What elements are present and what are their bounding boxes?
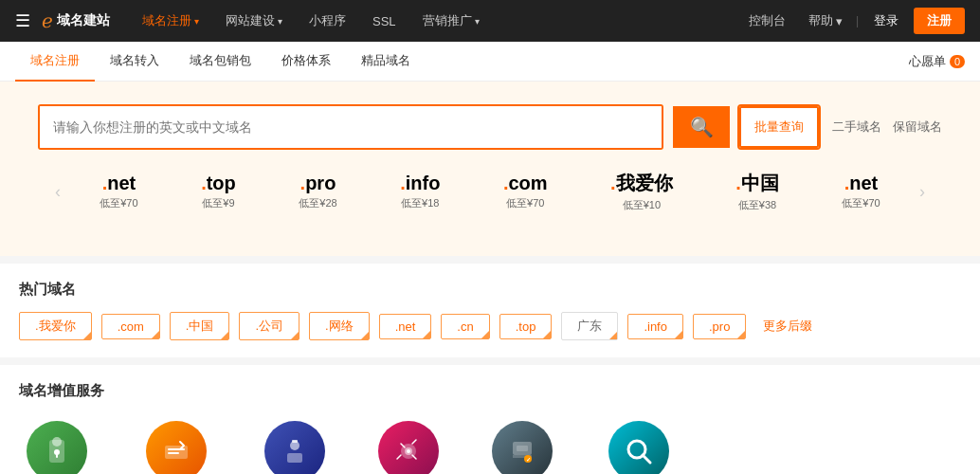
hot-domain-top[interactable]: .top [499, 314, 553, 339]
chevron-down-icon: ▾ [194, 16, 199, 27]
carousel-next-arrow[interactable]: › [912, 182, 933, 202]
nav-items: 域名注册 ▾ 网站建设 ▾ 小程序 SSL 营销推广 ▾ [129, 0, 739, 42]
divider: | [856, 14, 859, 27]
svg-rect-7 [292, 440, 298, 443]
hot-domain-network[interactable]: .网络 [309, 312, 370, 340]
svg-text:✓: ✓ [526, 457, 531, 463]
hot-domain-iloveyou[interactable]: .我爱你 [19, 312, 92, 340]
sub-nav-domain-transfer[interactable]: 域名转入 [95, 42, 174, 82]
logo-text: 域名建站 [57, 12, 110, 29]
services-grid: 域名隐私保护 帐号间共享域名 域名管家 [19, 413, 961, 474]
sub-nav-price[interactable]: 价格体系 [266, 42, 346, 82]
svg-rect-6 [287, 453, 302, 463]
carousel-item-pro[interactable]: .pro 低至¥28 [289, 167, 346, 216]
nav-item-console[interactable]: 控制台 [739, 12, 795, 29]
nav-item-domain-register[interactable]: 域名注册 ▾ [129, 0, 212, 42]
reserved-domain-link[interactable]: 保留域名 [893, 118, 942, 136]
whois-icon [608, 421, 669, 474]
svg-line-17 [643, 455, 650, 463]
logo-icon: ℯ [42, 9, 53, 32]
search-button[interactable]: 🔍 [673, 106, 730, 148]
wishlist[interactable]: 心愿单 0 [909, 53, 965, 70]
hot-domain-net[interactable]: .net [379, 314, 432, 339]
carousel-item-net[interactable]: .net 低至¥70 [90, 167, 147, 216]
carousel-items: .net 低至¥70 .top 低至¥9 .pro 低至¥28 .info 低至… [68, 165, 912, 218]
svg-rect-15 [517, 446, 528, 451]
search-input[interactable] [40, 106, 662, 148]
hot-domain-cn[interactable]: .cn [441, 314, 489, 339]
sub-navigation: 域名注册 域名转入 域名包销包 价格体系 精品域名 心愿单 0 [0, 42, 980, 82]
chevron-down-icon: ▾ [475, 16, 480, 27]
ssl-cert-icon: ✓ [492, 421, 553, 474]
right-items: 控制台 帮助 ▾ | 登录 注册 [739, 8, 965, 34]
service-ssl-cert[interactable]: ✓ 服务器证书 [484, 421, 560, 474]
sub-nav-domain-package[interactable]: 域名包销包 [174, 42, 266, 82]
hot-domains-title: 热门域名 [19, 281, 961, 299]
wishlist-badge: 0 [950, 55, 965, 68]
carousel-item-china[interactable]: .中国 低至¥38 [726, 165, 789, 218]
carousel-item-com[interactable]: .com 低至¥70 [494, 167, 557, 216]
carousel-item-iloveyou[interactable]: .我爱你 低至¥10 [601, 165, 682, 218]
carousel-item-info[interactable]: .info 低至¥18 [390, 167, 449, 216]
account-share-icon [146, 421, 207, 474]
domain-manager-icon [264, 421, 325, 474]
value-services-section: 域名增值服务 域名隐私保护 帐号间共享域名 [0, 365, 980, 474]
sub-nav-premium[interactable]: 精品域名 [346, 42, 426, 82]
hot-domain-guangdong[interactable]: 广东 [561, 312, 618, 340]
top-navigation: ☰ ℯ 域名建站 域名注册 ▾ 网站建设 ▾ 小程序 SSL 营销推广 ▾ 控制… [0, 0, 980, 42]
login-button[interactable]: 登录 [862, 9, 910, 33]
nav-item-marketing[interactable]: 营销推广 ▾ [409, 0, 493, 42]
nav-item-ssl[interactable]: SSL [359, 0, 409, 42]
hot-domain-company[interactable]: .公司 [239, 312, 299, 340]
hot-domain-com[interactable]: .com [101, 314, 160, 339]
carousel-item-net2[interactable]: .net 低至¥70 [832, 167, 889, 216]
service-dns[interactable]: 解析服务 [371, 421, 446, 474]
chevron-down-icon: ▾ [278, 16, 282, 27]
hot-domain-pro[interactable]: .pro [693, 314, 746, 339]
hot-domains-section: 热门域名 .我爱你 .com .中国 .公司 .网络 .net .cn .top… [0, 264, 980, 357]
value-services-title: 域名增值服务 [19, 382, 961, 400]
bulk-query-button[interactable]: 批量查询 [739, 106, 819, 148]
second-hand-domain-link[interactable]: 二手域名 [832, 118, 881, 136]
domain-carousel: ‹ .net 低至¥70 .top 低至¥9 .pro 低至¥28 .info … [38, 165, 942, 237]
service-whois[interactable]: whois信息查询 [598, 421, 679, 474]
more-domains-button[interactable]: 更多后缀 [755, 313, 820, 339]
nav-item-website-build[interactable]: 网站建设 ▾ [212, 0, 296, 42]
carousel-item-top[interactable]: .top 低至¥9 [191, 167, 245, 216]
quick-links: 二手域名 保留域名 [832, 118, 942, 136]
menu-icon[interactable]: ☰ [15, 10, 30, 31]
search-section: 🔍 批量查询 二手域名 保留域名 ‹ .net 低至¥70 .top 低至¥9 … [0, 82, 980, 256]
search-input-wrap [38, 104, 663, 150]
service-privacy[interactable]: 域名隐私保护 [19, 421, 95, 474]
svg-rect-3 [56, 453, 58, 458]
service-domain-manager[interactable]: 域名管家 [257, 421, 333, 474]
service-account-share[interactable]: 帐号间共享域名 [133, 421, 219, 474]
search-icon: 🔍 [690, 116, 714, 138]
privacy-icon [27, 421, 87, 474]
carousel-prev-arrow[interactable]: ‹ [47, 182, 68, 202]
logo[interactable]: ℯ 域名建站 [42, 9, 110, 32]
svg-point-10 [407, 449, 410, 453]
hot-domain-info[interactable]: .info [627, 314, 683, 339]
hot-domains-list: .我爱你 .com .中国 .公司 .网络 .net .cn .top 广东 .… [19, 312, 961, 340]
register-button[interactable]: 注册 [914, 8, 965, 34]
nav-item-help[interactable]: 帮助 ▾ [799, 12, 852, 29]
hot-domain-china[interactable]: .中国 [170, 312, 230, 340]
svg-rect-1 [52, 437, 62, 447]
chevron-down-icon: ▾ [836, 14, 843, 28]
search-box-row: 🔍 批量查询 二手域名 保留域名 [38, 104, 942, 150]
sub-nav-domain-register[interactable]: 域名注册 [15, 42, 95, 82]
nav-item-mini-program[interactable]: 小程序 [296, 0, 359, 42]
dns-icon [378, 421, 439, 474]
